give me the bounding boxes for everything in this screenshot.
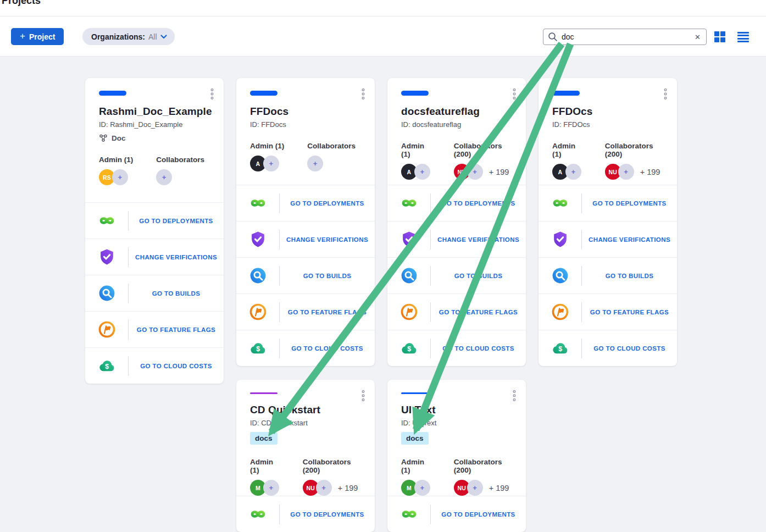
go-to-deployments-link[interactable]: GO TO DEPLOYMENTS bbox=[280, 200, 375, 207]
card-actions: GO TO DEPLOYMENTS CHANGE VERIFICATIONS G… bbox=[85, 202, 224, 384]
go-to-feature-flags-link[interactable]: GO TO FEATURE FLAGS bbox=[582, 309, 677, 315]
add-admin-button[interactable]: + bbox=[565, 164, 581, 180]
admin-label: Admin (1) bbox=[250, 142, 284, 150]
go-to-builds-link[interactable]: GO TO BUILDS bbox=[129, 290, 224, 297]
go-to-deployments-link[interactable]: GO TO DEPLOYMENTS bbox=[431, 200, 526, 207]
project-name[interactable]: FFDOcs bbox=[552, 106, 663, 118]
go-to-deployments-link[interactable]: GO TO DEPLOYMENTS bbox=[431, 511, 526, 518]
add-admin-button[interactable]: + bbox=[263, 480, 279, 496]
card-menu-button[interactable] bbox=[359, 86, 367, 103]
change-verifications-link[interactable]: CHANGE VERIFICATIONS bbox=[280, 236, 375, 243]
kebab-menu-icon bbox=[361, 390, 365, 402]
add-collaborator-button[interactable]: + bbox=[618, 164, 634, 180]
cloud-costs-icon bbox=[387, 339, 430, 357]
grid-view-icon bbox=[714, 31, 726, 42]
card-menu-button[interactable] bbox=[359, 388, 367, 405]
verifications-icon bbox=[387, 230, 430, 248]
builds-icon bbox=[387, 267, 430, 285]
action-row: GO TO DEPLOYMENTS bbox=[387, 185, 526, 221]
add-collaborator-button[interactable]: + bbox=[467, 480, 483, 496]
feature-flags-icon bbox=[85, 320, 128, 339]
action-row: GO TO BUILDS bbox=[85, 275, 224, 311]
add-admin-button[interactable]: + bbox=[112, 169, 128, 185]
add-collaborator-button[interactable]: + bbox=[316, 480, 332, 496]
tag-label: Doc bbox=[112, 134, 126, 142]
organizations-value: All bbox=[148, 32, 157, 41]
project-card-ffdocs: FFDocs ID: FFDocs Admin (1) A + Collabor… bbox=[236, 78, 375, 366]
action-row: CHANGE VERIFICATIONS bbox=[85, 239, 224, 275]
go-to-builds-link[interactable]: GO TO BUILDS bbox=[280, 273, 375, 279]
collaborators-label: Collaborators bbox=[156, 156, 204, 164]
admin-label: Admin (1) bbox=[401, 142, 431, 158]
project-name[interactable]: docsfeatureflag bbox=[401, 106, 512, 118]
list-view-icon bbox=[737, 31, 750, 42]
search-clear-button[interactable]: ✕ bbox=[693, 33, 702, 41]
organizations-filter[interactable]: Organizations: All bbox=[82, 28, 175, 45]
module-color-bar bbox=[99, 91, 126, 96]
admin-label: Admin (1) bbox=[401, 458, 431, 474]
go-to-cloud-costs-link[interactable]: GO TO CLOUD COSTS bbox=[280, 345, 375, 352]
go-to-feature-flags-link[interactable]: GO TO FEATURE FLAGS bbox=[431, 309, 526, 315]
project-id: ID: UI_Text bbox=[401, 419, 512, 427]
card-menu-button[interactable] bbox=[662, 86, 669, 103]
module-color-bar bbox=[401, 91, 429, 96]
add-collaborator-button[interactable]: + bbox=[307, 156, 323, 171]
action-row: GO TO DEPLOYMENTS bbox=[539, 185, 677, 221]
change-verifications-link[interactable]: CHANGE VERIFICATIONS bbox=[129, 254, 224, 261]
add-admin-button[interactable]: + bbox=[414, 164, 430, 180]
new-project-label: Project bbox=[29, 32, 55, 41]
kebab-menu-icon bbox=[512, 88, 517, 100]
module-color-bar bbox=[401, 392, 429, 394]
go-to-builds-link[interactable]: GO TO BUILDS bbox=[431, 273, 526, 279]
add-collaborator-button[interactable]: + bbox=[156, 169, 172, 185]
add-admin-button[interactable]: + bbox=[414, 480, 430, 496]
add-admin-button[interactable]: + bbox=[263, 156, 279, 171]
go-to-feature-flags-link[interactable]: GO TO FEATURE FLAGS bbox=[280, 309, 375, 315]
card-menu-button[interactable] bbox=[510, 86, 518, 103]
deployments-icon bbox=[387, 194, 430, 212]
go-to-cloud-costs-link[interactable]: GO TO CLOUD COSTS bbox=[582, 345, 677, 352]
card-actions: GO TO DEPLOYMENTS CHANGE VERIFICATIONS G… bbox=[539, 185, 677, 366]
new-project-button[interactable]: + Project bbox=[11, 28, 64, 45]
grid-view-button[interactable] bbox=[714, 31, 726, 43]
builds-icon bbox=[85, 284, 128, 302]
action-row: GO TO FEATURE FLAGS bbox=[236, 293, 375, 330]
kebab-menu-icon bbox=[210, 88, 214, 100]
project-name[interactable]: CD Quickstart bbox=[250, 404, 361, 416]
add-collaborator-button[interactable]: + bbox=[467, 164, 483, 180]
project-card-cd-quickstart: CD Quickstart ID: CD_Quickstart docs Adm… bbox=[236, 380, 375, 532]
search-input[interactable] bbox=[562, 32, 693, 41]
card-menu-button[interactable] bbox=[208, 86, 216, 103]
go-to-deployments-link[interactable]: GO TO DEPLOYMENTS bbox=[582, 200, 677, 207]
admin-label: Admin (1) bbox=[99, 156, 133, 164]
list-view-button[interactable] bbox=[737, 31, 750, 43]
organizations-label: Organizations: bbox=[91, 32, 145, 41]
go-to-cloud-costs-link[interactable]: GO TO CLOUD COSTS bbox=[431, 345, 526, 352]
project-name[interactable]: UI Text bbox=[401, 404, 512, 416]
collaborators-label: Collaborators (200) bbox=[605, 142, 663, 158]
go-to-builds-link[interactable]: GO TO BUILDS bbox=[582, 273, 677, 279]
project-name[interactable]: FFDocs bbox=[250, 106, 361, 118]
action-row: GO TO FEATURE FLAGS bbox=[387, 293, 526, 330]
deployments-icon bbox=[236, 505, 279, 523]
go-to-deployments-link[interactable]: GO TO DEPLOYMENTS bbox=[129, 218, 224, 224]
card-actions: GO TO DEPLOYMENTS bbox=[236, 496, 375, 532]
people-section: Admin (1) A + Collaborators (200) NU + +… bbox=[401, 142, 512, 180]
card-menu-button[interactable] bbox=[510, 388, 518, 405]
deployments-icon bbox=[387, 505, 430, 523]
go-to-feature-flags-link[interactable]: GO TO FEATURE FLAGS bbox=[129, 326, 224, 333]
page-header: Projects + Project Organizations: All ✕ bbox=[0, 0, 766, 57]
feature-flags-icon bbox=[539, 303, 581, 321]
module-color-bar bbox=[250, 91, 277, 96]
search-icon bbox=[548, 32, 558, 42]
project-name[interactable]: Rashmi_Doc_Example bbox=[99, 106, 210, 118]
action-row: GO TO CLOUD COSTS bbox=[85, 347, 224, 384]
collaborators-extra-count: + 199 bbox=[338, 484, 358, 492]
go-to-deployments-link[interactable]: GO TO DEPLOYMENTS bbox=[280, 511, 375, 518]
deployments-icon bbox=[236, 194, 279, 212]
project-id: ID: docsfeatureflag bbox=[401, 120, 512, 129]
collaborators-label: Collaborators (200) bbox=[303, 458, 361, 474]
go-to-cloud-costs-link[interactable]: GO TO CLOUD COSTS bbox=[129, 363, 224, 369]
change-verifications-link[interactable]: CHANGE VERIFICATIONS bbox=[431, 236, 526, 243]
change-verifications-link[interactable]: CHANGE VERIFICATIONS bbox=[582, 236, 677, 243]
